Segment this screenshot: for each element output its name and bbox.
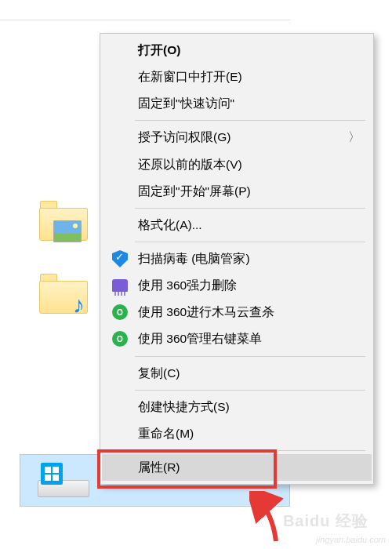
menu-create-shortcut[interactable]: 创建快捷方式(S) <box>102 394 372 420</box>
menu-pin-quick-access[interactable]: 固定到"快速访问" <box>102 90 372 117</box>
menu-pin-start[interactable]: 固定到"开始"屏幕(P) <box>102 178 372 205</box>
360-icon: O <box>111 304 129 321</box>
music-note-icon: ♪ <box>73 293 85 317</box>
watermark-url: jingyan.baidu.com <box>316 535 386 544</box>
menu-properties[interactable]: 属性(R) <box>102 454 372 481</box>
menu-label: 创建快捷方式(S) <box>138 399 230 415</box>
menu-label: 授予访问权限(G) <box>138 129 230 145</box>
watermark-logo: Baidu 经验 <box>283 511 368 532</box>
menu-rename[interactable]: 重命名(M) <box>102 420 372 447</box>
menu-separator <box>135 450 365 451</box>
menu-restore-versions[interactable]: 还原以前的版本(V) <box>102 151 372 178</box>
menu-label: 格式化(A)... <box>138 217 202 233</box>
divider <box>0 20 290 20</box>
menu-separator <box>135 390 365 391</box>
menu-open-new-window[interactable]: 在新窗口中打开(E) <box>102 64 372 90</box>
menu-360-force-delete[interactable]: 使用 360强力删除 <box>102 272 372 299</box>
menu-label: 固定到"开始"屏幕(P) <box>138 184 251 199</box>
menu-label: 属性(R) <box>138 460 180 475</box>
svg-rect-2 <box>45 474 51 481</box>
menu-label: 重命名(M) <box>138 426 194 442</box>
svg-rect-3 <box>53 474 59 481</box>
menu-label: 还原以前的版本(V) <box>138 157 242 173</box>
menu-360-trojan-scan[interactable]: O 使用 360进行木马云查杀 <box>102 299 372 325</box>
chevron-right-icon: 〉 <box>348 129 361 146</box>
menu-separator <box>135 120 365 121</box>
menu-label: 使用 360强力删除 <box>138 278 237 293</box>
menu-label: 打开(O) <box>138 42 180 58</box>
shield-icon <box>111 250 129 267</box>
music-folder-icon[interactable]: ♪ <box>39 273 88 314</box>
svg-rect-0 <box>45 467 51 473</box>
menu-format[interactable]: 格式化(A)... <box>102 212 372 238</box>
pictures-folder-icon[interactable] <box>39 200 88 241</box>
menu-separator <box>135 208 365 209</box>
menu-label: 在新窗口中打开(E) <box>138 69 242 85</box>
menu-label: 固定到"快速访问" <box>138 96 234 111</box>
drive-icon <box>38 460 89 497</box>
context-menu: 打开(O) 在新窗口中打开(E) 固定到"快速访问" 授予访问权限(G) 〉 还… <box>100 33 374 485</box>
menu-separator <box>135 356 365 357</box>
menu-open[interactable]: 打开(O) <box>102 37 372 64</box>
shredder-icon <box>111 277 129 294</box>
menu-separator <box>135 242 365 242</box>
menu-label: 使用 360进行木马云查杀 <box>138 304 274 320</box>
picture-thumbnail <box>53 220 82 242</box>
menu-copy[interactable]: 复制(C) <box>102 360 372 387</box>
menu-scan-virus[interactable]: 扫描病毒 (电脑管家) <box>102 245 372 272</box>
menu-label: 扫描病毒 (电脑管家) <box>138 251 250 267</box>
windows-logo-icon <box>41 463 63 485</box>
menu-360-manage-context[interactable]: O 使用 360管理右键菜单 <box>102 325 372 352</box>
360-icon: O <box>111 330 129 347</box>
svg-rect-1 <box>53 467 59 473</box>
menu-label: 使用 360管理右键菜单 <box>138 331 262 347</box>
menu-grant-access[interactable]: 授予访问权限(G) 〉 <box>102 124 372 151</box>
menu-label: 复制(C) <box>138 365 180 381</box>
